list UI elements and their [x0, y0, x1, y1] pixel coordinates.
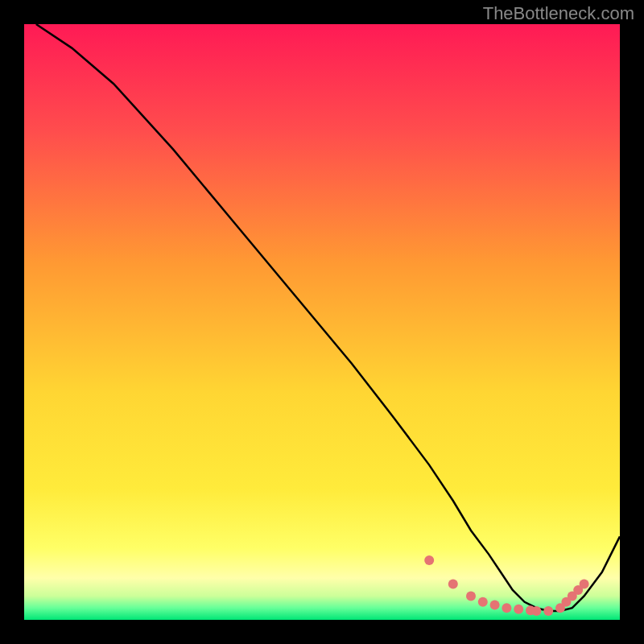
- marker-dot: [448, 580, 458, 589]
- marker-dot: [478, 597, 488, 607]
- marker-dot: [424, 555, 434, 565]
- marker-dots-group: [424, 555, 588, 616]
- marker-dot: [466, 591, 476, 601]
- marker-dot: [490, 601, 500, 610]
- marker-dot: [502, 603, 511, 613]
- marker-dot: [580, 580, 589, 589]
- marker-dot: [531, 606, 541, 616]
- curve-layer: [24, 24, 620, 620]
- marker-dot: [543, 606, 553, 616]
- marker-dot: [514, 605, 523, 614]
- watermark-text: TheBottleneck.com: [483, 3, 634, 24]
- main-curve-line: [36, 24, 620, 611]
- plot-area: [24, 24, 620, 620]
